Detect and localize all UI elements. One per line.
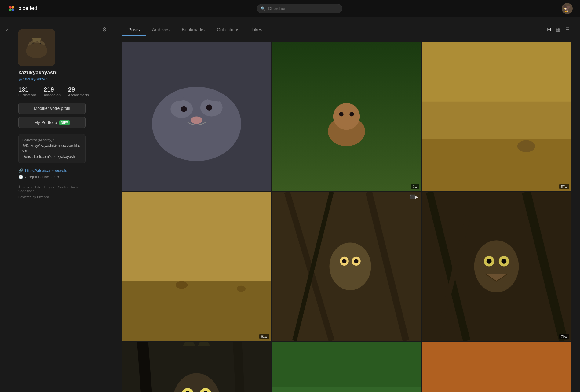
svg-point-14 bbox=[181, 106, 187, 112]
photo-cell[interactable]: 73w bbox=[122, 342, 271, 392]
svg-point-20 bbox=[333, 103, 360, 130]
profile-username: kazukyakayashi bbox=[18, 70, 107, 76]
svg-point-49 bbox=[501, 259, 506, 264]
photo-image bbox=[422, 342, 571, 392]
main-layout: ‹ ⚙ kazukyakayashi @KazukyAkayashi 131 P… bbox=[0, 17, 580, 392]
footer-langue[interactable]: Langue bbox=[44, 185, 55, 189]
photo-cell[interactable]: 3w bbox=[272, 42, 421, 191]
calendar-icon: 🕐 bbox=[18, 175, 23, 179]
footer-links: À propos Aide Langue Confidentialité Con… bbox=[18, 185, 86, 193]
website-row: 🔗 https://alexisanseeuw.fr/ bbox=[18, 168, 86, 173]
portfolio-button[interactable]: My Portfolio NEW bbox=[18, 117, 86, 128]
join-date-row: 🕐 A rejoint June 2018 bbox=[18, 175, 86, 179]
edit-profile-button[interactable]: Modifier votre profil bbox=[18, 103, 86, 114]
footer-confidentialite[interactable]: Confidentialité bbox=[58, 185, 79, 189]
fediverse-label: Fediverse (Misskey) : bbox=[22, 138, 82, 142]
search-container: 🔍 bbox=[257, 4, 342, 13]
svg-rect-61 bbox=[272, 387, 421, 392]
fediverse-info-box: Fediverse (Misskey) : @KazukyAkayashi@me… bbox=[18, 134, 86, 163]
profile-avatar bbox=[18, 29, 55, 66]
grid-view-button[interactable]: ⊞ bbox=[546, 25, 552, 34]
photo-cell[interactable]: 74w bbox=[272, 342, 421, 392]
svg-point-26 bbox=[517, 140, 535, 152]
tab-bookmarks[interactable]: Bookmarks bbox=[176, 23, 211, 36]
photo-image bbox=[122, 192, 271, 341]
svg-rect-59 bbox=[272, 342, 421, 392]
tab-posts[interactable]: Posts bbox=[122, 23, 146, 36]
photo-badge: 57w bbox=[559, 184, 569, 189]
logo-link[interactable]: pixelfed bbox=[7, 4, 37, 13]
footer-about[interactable]: À propos bbox=[18, 185, 32, 189]
photo-cell[interactable] bbox=[122, 42, 271, 191]
view-controls: ⊞ ▦ ☰ bbox=[546, 25, 571, 34]
tabs-nav: Posts Archives Bookmarks Collections Lik… bbox=[122, 23, 546, 36]
photo-badge: 3w bbox=[411, 184, 419, 189]
svg-point-0 bbox=[8, 5, 16, 13]
stat-followers[interactable]: 219 Abonné·e·s bbox=[44, 86, 61, 97]
svg-point-1 bbox=[9, 6, 12, 9]
photo-cell[interactable]: ⬛▶ bbox=[272, 192, 421, 341]
stat-following[interactable]: 29 Abonnements bbox=[68, 86, 89, 97]
list-view-button[interactable]: ☰ bbox=[564, 25, 571, 34]
svg-point-45 bbox=[474, 240, 519, 292]
settings-button[interactable]: ⚙ bbox=[102, 26, 107, 33]
publications-label: Publications bbox=[18, 93, 36, 97]
photo-badge: 70w bbox=[559, 334, 569, 339]
photo-cell[interactable]: 1y bbox=[422, 342, 571, 392]
logo-text: pixelfed bbox=[18, 5, 37, 12]
svg-point-16 bbox=[191, 117, 202, 124]
portfolio-label: My Portfolio bbox=[34, 120, 57, 125]
svg-point-40 bbox=[354, 259, 359, 263]
svg-point-48 bbox=[487, 259, 492, 264]
sidebar: ‹ ⚙ kazukyakayashi @KazukyAkayashi 131 P… bbox=[0, 17, 113, 392]
svg-point-22 bbox=[349, 112, 354, 117]
website-link[interactable]: https://alexisanseeuw.fr/ bbox=[25, 168, 67, 173]
svg-point-2 bbox=[12, 6, 14, 9]
photo-image bbox=[122, 42, 271, 191]
footer-conditions[interactable]: Conditions bbox=[18, 189, 34, 193]
followers-count: 219 bbox=[44, 86, 54, 93]
header: pixelfed 🔍 🦅 bbox=[0, 0, 580, 17]
photo-image bbox=[422, 42, 571, 191]
svg-rect-25 bbox=[422, 42, 571, 102]
search-icon: 🔍 bbox=[261, 6, 265, 11]
svg-point-9 bbox=[26, 43, 47, 58]
square-grid-button[interactable]: ▦ bbox=[555, 25, 562, 34]
profile-handle[interactable]: @KazukyAkayashi bbox=[18, 77, 107, 81]
tab-collections[interactable]: Collections bbox=[211, 23, 245, 36]
footer-aide[interactable]: Aide bbox=[34, 185, 41, 189]
svg-point-29 bbox=[176, 281, 188, 289]
svg-point-21 bbox=[339, 112, 344, 117]
tab-likes[interactable]: Likes bbox=[245, 23, 268, 36]
photo-image bbox=[422, 192, 571, 341]
svg-point-3 bbox=[9, 9, 12, 11]
new-badge: NEW bbox=[59, 120, 69, 125]
photo-cell[interactable]: 57w bbox=[422, 42, 571, 191]
following-label: Abonnements bbox=[68, 93, 89, 97]
svg-rect-28 bbox=[122, 281, 271, 341]
photo-cell[interactable]: 70w bbox=[422, 192, 571, 341]
link-icon: 🔗 bbox=[18, 168, 23, 173]
user-avatar[interactable]: 🦅 bbox=[562, 3, 573, 14]
photo-image bbox=[272, 192, 421, 341]
search-input[interactable] bbox=[257, 4, 342, 13]
pixelfed-logo-icon bbox=[7, 4, 16, 13]
fediverse-value: @KazukyAkayashi@meow.zarchbox.fr | Dons … bbox=[22, 143, 82, 159]
tabs-bar: Posts Archives Bookmarks Collections Lik… bbox=[122, 23, 571, 36]
svg-point-36 bbox=[329, 243, 371, 290]
svg-rect-65 bbox=[422, 342, 571, 392]
photo-grid: 3w 57w 61w bbox=[122, 42, 571, 392]
join-date: A rejoint June 2018 bbox=[25, 175, 59, 179]
photo-image bbox=[272, 42, 421, 191]
svg-point-4 bbox=[12, 9, 14, 11]
back-button[interactable]: ‹ bbox=[6, 26, 8, 33]
svg-point-39 bbox=[342, 259, 347, 263]
photo-cell[interactable]: 61w bbox=[122, 192, 271, 341]
followers-label: Abonné·e·s bbox=[44, 93, 61, 97]
stat-publications[interactable]: 131 Publications bbox=[18, 86, 36, 97]
photo-image bbox=[272, 342, 421, 392]
avatar-image bbox=[18, 29, 55, 66]
powered-by: Powered by Pixelfed bbox=[18, 195, 107, 199]
tab-archives[interactable]: Archives bbox=[146, 23, 176, 36]
svg-point-30 bbox=[237, 286, 246, 292]
